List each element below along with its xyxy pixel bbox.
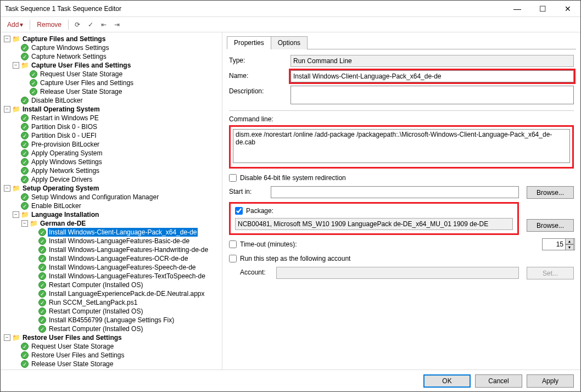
tree-item[interactable]: Capture Network Settings <box>12 52 221 61</box>
tree-group-install-os[interactable]: −Install Operating System Restart in Win… <box>3 105 221 184</box>
commandline-field[interactable]: dism.exe /norestart /online /add-package… <box>233 129 570 163</box>
remove-button[interactable]: Remove <box>33 20 65 30</box>
nav-left-icon[interactable]: ⇤ <box>98 19 109 30</box>
folder-icon <box>12 105 20 114</box>
separator <box>30 20 30 30</box>
tree-item[interactable]: Enable BitLocker <box>12 201 221 210</box>
check-icon <box>21 53 29 60</box>
collapse-icon[interactable]: − <box>4 334 10 341</box>
tree-item[interactable]: Apply Network Settings <box>12 166 221 175</box>
tree-item[interactable]: Install Windows-LanguageFeatures-TextToS… <box>29 272 221 281</box>
tree-panel[interactable]: −Capture Files and Settings Capture Wind… <box>1 32 222 369</box>
folder-icon <box>20 210 29 219</box>
check-icon <box>21 44 29 52</box>
collapse-icon[interactable]: − <box>4 106 10 113</box>
tree-group-restore-user-files[interactable]: −Restore User Files and Settings Request… <box>3 333 221 368</box>
cancel-button[interactable]: Cancel <box>475 374 522 388</box>
check-icon <box>21 202 29 210</box>
package-checkbox[interactable] <box>235 207 243 215</box>
spin-up-icon[interactable]: ▲ <box>565 238 574 244</box>
content: −Capture Files and Settings Capture Wind… <box>1 32 580 369</box>
tree-item[interactable]: Install KB4556799 (Language Settings Fix… <box>29 316 221 324</box>
runas-checkbox[interactable] <box>229 255 237 262</box>
spin-down-icon[interactable]: ▼ <box>565 244 574 250</box>
startin-field[interactable] <box>271 186 519 198</box>
disable-64bit-label: Disable 64-bit file system redirection <box>240 174 346 182</box>
tree-item[interactable]: Capture User Files and Settings <box>20 79 221 87</box>
tree-item[interactable]: Restart Computer (Installed OS) <box>29 307 221 316</box>
nav-right-icon[interactable]: ⇥ <box>111 19 122 30</box>
tree-item[interactable]: Run SCCM_SetLangPack.ps1 <box>29 298 221 307</box>
collapse-icon[interactable]: − <box>13 211 19 218</box>
check-icon <box>38 325 46 333</box>
startin-browse-button[interactable]: Browse... <box>527 186 574 199</box>
tree-item[interactable]: Partition Disk 0 - UEFI <box>12 131 221 140</box>
startin-label: Start in: <box>229 186 267 195</box>
tree-group-german-de-de[interactable]: −German de-DE Install Windows-Client-Lan… <box>20 219 221 333</box>
tree-item[interactable]: Apply Device Drivers <box>12 175 221 184</box>
folder-icon <box>12 184 20 193</box>
maximize-button[interactable]: ☐ <box>530 1 555 17</box>
tree-group-setup-os[interactable]: −Setup Operating System Setup Windows an… <box>3 184 221 333</box>
apply-button[interactable]: Apply <box>527 374 574 388</box>
tree-item[interactable]: Partition Disk 0 - BIOS <box>12 122 221 131</box>
window-title: Task Sequence 1 Task Sequence Editor <box>5 5 505 13</box>
tree-group-capture-user-files[interactable]: −Capture User Files and Settings Request… <box>12 61 221 96</box>
tree-item[interactable]: Request User State Storage <box>20 70 221 79</box>
ok-button[interactable]: OK <box>423 374 471 388</box>
check-icon <box>21 360 29 368</box>
check-icon <box>21 132 29 139</box>
folder-icon <box>29 219 38 228</box>
collapse-icon[interactable]: − <box>4 36 10 42</box>
tree-item[interactable]: Disable BitLocker <box>12 96 221 105</box>
tree-item[interactable]: Install Windows-LanguageFeatures-OCR-de-… <box>29 254 221 263</box>
disable-64bit-checkbox[interactable] <box>229 174 237 182</box>
tab-options[interactable]: Options <box>271 36 308 49</box>
tree-item[interactable]: Restart in Windows PE <box>12 114 221 122</box>
name-label: Name: <box>229 70 287 80</box>
tree-item[interactable]: Install Windows-LanguageFeatures-Speech-… <box>29 263 221 272</box>
tab-properties[interactable]: Properties <box>227 36 271 49</box>
timeout-checkbox[interactable] <box>229 240 237 248</box>
package-browse-button[interactable]: Browse... <box>527 219 574 232</box>
tree-item[interactable]: Request User State Storage <box>12 342 221 351</box>
collapse-icon[interactable]: − <box>13 62 19 69</box>
tree-item[interactable]: Install LanguageExperiencePack.de-DE.Neu… <box>29 289 221 298</box>
window: Task Sequence 1 Task Sequence Editor — ☐… <box>0 0 581 392</box>
check-icon[interactable]: ✓ <box>85 19 96 30</box>
tree-item[interactable]: Pre-provision BitLocker <box>12 140 221 149</box>
check-icon <box>21 176 29 183</box>
tree-item[interactable]: Apply Operating System <box>12 149 221 158</box>
tree-item[interactable]: Restore User Files and Settings <box>12 351 221 360</box>
tree-item[interactable]: Capture Windows Settings <box>12 43 221 52</box>
collapse-icon[interactable]: − <box>21 220 28 227</box>
description-field[interactable] <box>290 86 574 104</box>
add-button[interactable]: Add▾ <box>4 20 26 30</box>
tree-item[interactable]: Install Windows-LanguageFeatures-Handwri… <box>29 245 221 254</box>
collapse-icon[interactable]: − <box>4 185 10 192</box>
tree-group-language-installation[interactable]: −Language Installation −German de-DE Ins… <box>12 210 221 333</box>
close-button[interactable]: ✕ <box>555 1 580 17</box>
check-icon <box>21 97 29 104</box>
check-icon <box>30 88 37 96</box>
tree-item-selected[interactable]: Install Windows-Client-Language-Pack_x64… <box>29 228 221 237</box>
tree-item[interactable]: Restart Computer (Installed OS) <box>29 324 221 333</box>
check-icon <box>38 272 46 280</box>
chevron-down-icon: ▾ <box>20 21 23 29</box>
tree-item[interactable]: Release User State Storage <box>12 360 221 368</box>
tree-item[interactable]: Apply Windows Settings <box>12 158 221 166</box>
check-icon <box>30 79 37 87</box>
runas-label: Run this step as the following account <box>240 255 350 262</box>
tree-item[interactable]: Setup Windows and Configuration Manager <box>12 193 221 201</box>
check-icon <box>38 255 46 262</box>
tree-item[interactable]: Restart Computer (Installed OS) <box>29 281 221 289</box>
tree-group-capture-files[interactable]: −Capture Files and Settings Capture Wind… <box>3 35 221 105</box>
name-field[interactable] <box>290 70 574 82</box>
check-icon <box>21 158 29 166</box>
tree-item[interactable]: Release User State Storage <box>20 87 221 96</box>
refresh-icon[interactable]: ⟳ <box>72 19 83 30</box>
tree-item[interactable]: Install Windows-LanguageFeatures-Basic-d… <box>29 237 221 245</box>
minimize-button[interactable]: — <box>505 1 530 17</box>
check-icon <box>21 351 29 359</box>
timeout-spinner[interactable]: ▲▼ <box>542 238 574 250</box>
